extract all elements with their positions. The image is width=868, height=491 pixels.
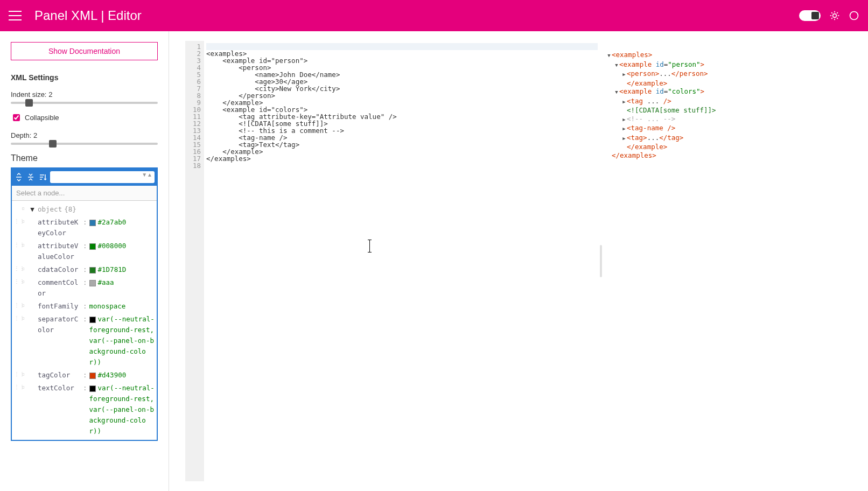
code-line[interactable]: <tag>Text</tag> bbox=[206, 141, 598, 148]
xml-viewer-pane[interactable]: ▼<examples>▼<example id="person">▶<perso… bbox=[604, 41, 863, 481]
tree-property-row[interactable]: ⋮⋮▫attributeValueColor:#008000 bbox=[12, 240, 157, 263]
depth-value: 2 bbox=[33, 131, 37, 139]
context-menu-icon[interactable]: ▫ bbox=[22, 217, 27, 239]
sun-icon[interactable] bbox=[829, 10, 840, 21]
circle-icon[interactable] bbox=[849, 10, 859, 21]
drag-handle-icon[interactable]: ⋮⋮ bbox=[14, 370, 19, 381]
drag-handle-icon bbox=[14, 204, 19, 215]
tree-root-row[interactable]: ▫ ▼ object {8} bbox=[12, 203, 157, 216]
node-select-input[interactable]: Select a node... bbox=[12, 186, 157, 201]
context-menu-icon[interactable]: ▫ bbox=[22, 301, 27, 312]
node-toggle-icon[interactable]: ▼ bbox=[614, 88, 619, 97]
search-dropdown-icon[interactable]: ▼▲ bbox=[142, 173, 152, 177]
node-toggle-icon[interactable]: ▼ bbox=[614, 61, 619, 70]
theme-heading: Theme bbox=[11, 153, 158, 163]
context-menu-icon[interactable]: ▫ bbox=[22, 241, 27, 262]
xml-viewer-node[interactable]: ▶<tag-name /> bbox=[606, 124, 857, 134]
code-line[interactable]: </example> bbox=[206, 148, 598, 155]
collapsible-checkbox-row[interactable]: Collapsible bbox=[11, 113, 158, 123]
xml-viewer-node[interactable]: </examples> bbox=[606, 151, 857, 160]
node-toggle-icon[interactable]: ▼ bbox=[606, 52, 612, 60]
tree-property-row[interactable]: ⋮⋮▫cdataColor:#1D781D bbox=[12, 263, 157, 276]
xml-viewer-node[interactable]: <![CDATA[some stuff]]> bbox=[606, 106, 857, 115]
svg-line-6 bbox=[837, 18, 838, 19]
app-header: Panel XML | Editor bbox=[0, 0, 868, 31]
pane-divider[interactable] bbox=[598, 41, 604, 481]
svg-point-0 bbox=[833, 14, 837, 18]
xml-viewer-node[interactable]: </example> bbox=[606, 143, 857, 151]
xml-viewer-node[interactable]: ▶<!-- ... --> bbox=[606, 115, 857, 124]
node-toggle-icon[interactable]: ▶ bbox=[621, 125, 627, 134]
tree-prop-key: commentColor bbox=[38, 277, 81, 299]
indent-size-label: Indent size: bbox=[11, 90, 47, 99]
context-menu-icon[interactable]: ▫ bbox=[22, 370, 27, 381]
tree-prop-key: attributeKeyColor bbox=[38, 217, 81, 239]
drag-handle-icon[interactable]: ⋮⋮ bbox=[14, 277, 19, 299]
sidebar-panel: Show Documentation XML Settings Indent s… bbox=[0, 31, 169, 491]
context-menu-icon[interactable]: ▫ bbox=[22, 383, 27, 437]
expand-all-icon[interactable] bbox=[14, 171, 24, 184]
tree-property-row[interactable]: ⋮⋮▫textColor:var(--neutral-foreground-re… bbox=[12, 382, 157, 438]
tree-property-row[interactable]: ⋮⋮▫separatorColor:var(--neutral-foregrou… bbox=[12, 313, 157, 369]
tree-prop-key: textColor bbox=[38, 383, 81, 437]
tree-prop-key: cdataColor bbox=[38, 264, 81, 275]
tree-root-count: {8} bbox=[64, 204, 76, 215]
tree-prop-key: tagColor bbox=[38, 370, 81, 381]
tree-prop-key: attributeValueColor bbox=[38, 241, 81, 262]
code-content[interactable]: <examples> <example id="person"> <person… bbox=[204, 41, 598, 481]
code-line[interactable] bbox=[206, 43, 598, 50]
code-line[interactable]: </person> bbox=[206, 92, 598, 99]
drag-handle-icon[interactable]: ⋮⋮ bbox=[14, 241, 19, 262]
theme-search-input[interactable] bbox=[50, 171, 155, 183]
depth-label: Depth: bbox=[11, 131, 31, 139]
xml-viewer-node[interactable]: </example> bbox=[606, 79, 857, 88]
tree-prop-value: var(--neutral-foreground-rest, var(--pan… bbox=[89, 383, 155, 437]
context-menu-icon[interactable]: ▫ bbox=[22, 264, 27, 275]
drag-handle-icon[interactable]: ⋮⋮ bbox=[14, 217, 19, 239]
tree-property-row[interactable]: ⋮⋮▫commentColor:#aaa bbox=[12, 276, 157, 300]
context-menu-icon[interactable]: ▫ bbox=[22, 204, 27, 215]
xml-viewer-node[interactable]: ▼<example id="person"> bbox=[606, 60, 857, 70]
xml-viewer-node[interactable]: ▼<examples> bbox=[606, 51, 857, 60]
collapsible-checkbox[interactable] bbox=[13, 114, 20, 121]
code-editor[interactable]: 123456789101112131415161718 <examples> <… bbox=[185, 41, 598, 481]
context-menu-icon[interactable]: ▫ bbox=[22, 277, 27, 299]
node-toggle-icon[interactable]: ▶ bbox=[621, 71, 627, 79]
drag-handle-icon[interactable]: ⋮⋮ bbox=[14, 301, 19, 312]
tree-prop-value: var(--neutral-foreground-rest, var(--pan… bbox=[89, 314, 155, 368]
collapse-all-icon[interactable] bbox=[26, 171, 36, 184]
tree-property-row[interactable]: ⋮⋮▫tagColor:#d43900 bbox=[12, 369, 157, 382]
code-line[interactable] bbox=[206, 162, 598, 169]
tree-root-type: object bbox=[38, 204, 62, 215]
depth-setting: Depth: 2 bbox=[11, 131, 158, 145]
tree-prop-value: #d43900 bbox=[89, 370, 155, 381]
node-toggle-icon[interactable]: ▶ bbox=[621, 116, 627, 124]
disclosure-toggle-icon[interactable]: ▼ bbox=[29, 204, 36, 215]
indent-size-slider[interactable] bbox=[11, 102, 158, 104]
xml-viewer-node[interactable]: ▶<person>...</person> bbox=[606, 69, 857, 79]
indent-size-value: 2 bbox=[48, 90, 52, 99]
node-toggle-icon[interactable]: ▶ bbox=[621, 135, 627, 143]
show-documentation-button[interactable]: Show Documentation bbox=[11, 42, 158, 60]
color-swatch bbox=[89, 267, 96, 273]
drag-handle-icon[interactable]: ⋮⋮ bbox=[14, 314, 19, 368]
tree-property-row[interactable]: ⋮⋮▫fontFamily:monospace bbox=[12, 300, 157, 313]
xml-viewer-node[interactable]: ▼<example id="colors"> bbox=[606, 87, 857, 97]
tree-property-row[interactable]: ⋮⋮▫attributeKeyColor:#2a7ab0 bbox=[12, 216, 157, 240]
sort-icon[interactable] bbox=[38, 171, 48, 184]
node-toggle-icon[interactable]: ▶ bbox=[621, 98, 627, 107]
drag-handle-icon[interactable]: ⋮⋮ bbox=[14, 383, 19, 437]
tree-prop-key: fontFamily bbox=[38, 301, 81, 312]
depth-slider[interactable] bbox=[11, 143, 158, 145]
context-menu-icon[interactable]: ▫ bbox=[22, 314, 27, 368]
xml-viewer-node[interactable]: ▶<tag>...</tag> bbox=[606, 134, 857, 143]
xml-viewer-node[interactable]: ▶<tag ... /> bbox=[606, 97, 857, 107]
theme-toggle[interactable] bbox=[799, 10, 821, 21]
drag-handle-icon[interactable]: ⋮⋮ bbox=[14, 264, 19, 275]
tree-prop-value: monospace bbox=[89, 301, 155, 312]
code-line[interactable]: </examples> bbox=[206, 155, 598, 162]
color-swatch bbox=[89, 280, 96, 286]
menu-icon[interactable] bbox=[9, 9, 22, 22]
tree-prop-value: #1D781D bbox=[89, 264, 155, 275]
color-swatch bbox=[89, 373, 96, 379]
